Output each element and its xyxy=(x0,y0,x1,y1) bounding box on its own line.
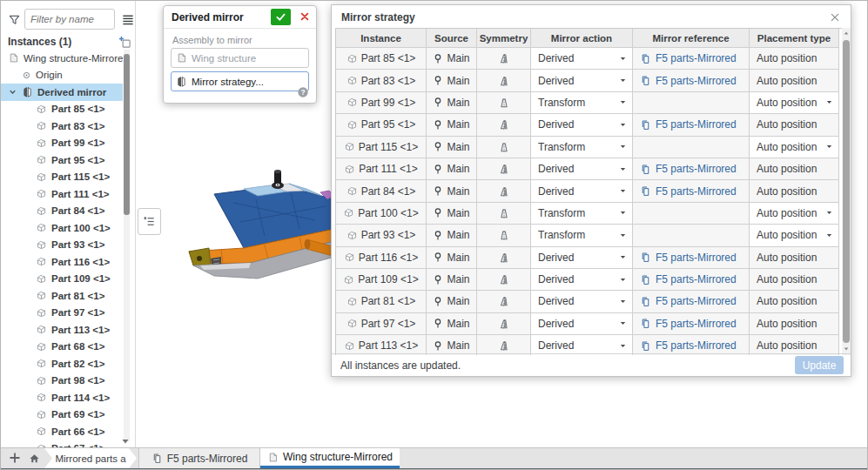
part-icon xyxy=(36,307,47,319)
placement-type-select[interactable]: Auto position xyxy=(750,137,839,158)
mirror-action-select[interactable]: Transform xyxy=(531,137,633,158)
derived-mirror-dialog-header[interactable]: Derived mirror xyxy=(164,6,316,29)
tree-item[interactable]: Part 114 <1> xyxy=(1,389,123,406)
mirror-reference-link[interactable]: F5 parts-Mirrored xyxy=(656,273,737,285)
home-icon[interactable] xyxy=(28,452,41,465)
source-label: Main xyxy=(447,252,469,264)
tab-f5-parts-mirrored[interactable]: F5 parts-Mirrored xyxy=(138,448,260,468)
source-label: Main xyxy=(447,118,469,131)
tree-item-label: Part 93 <1> xyxy=(51,239,104,250)
mirror-action-select[interactable]: Derived xyxy=(531,70,633,91)
tree-item[interactable]: Part 68 <1> xyxy=(1,339,123,356)
asymmetric-icon xyxy=(497,295,511,307)
insert-instance-icon[interactable] xyxy=(118,36,131,49)
tree-item[interactable]: Part 82 <1> xyxy=(1,355,123,373)
mirror-action-select[interactable]: Transform xyxy=(531,203,633,225)
list-view-icon[interactable] xyxy=(121,13,135,26)
close-icon[interactable] xyxy=(829,11,841,24)
symmetry-cell xyxy=(477,70,531,91)
scroll-up-icon[interactable] xyxy=(843,30,850,37)
tree-item[interactable]: Part 93 <1> xyxy=(1,237,123,254)
tree-item[interactable]: Part 111 <1> xyxy=(1,185,123,203)
tree-item[interactable]: Part 116 <1> xyxy=(1,253,123,271)
scroll-down-icon[interactable] xyxy=(843,346,850,352)
tree-item-label: Part 97 <1> xyxy=(51,307,104,318)
tree-item[interactable]: Part 115 <1> xyxy=(1,169,123,186)
table-scrollbar-thumb[interactable] xyxy=(843,40,850,343)
table-scrollbar[interactable] xyxy=(842,28,851,355)
panel-toggle-button[interactable] xyxy=(138,208,161,235)
tree-scrollbar[interactable] xyxy=(124,50,130,441)
mirror-strategy-button[interactable]: Mirror strategy... xyxy=(171,71,309,91)
source-label: Main xyxy=(447,163,469,175)
mirror-reference-link[interactable]: F5 parts-Mirrored xyxy=(656,118,737,131)
tree-item[interactable]: Part 113 <1> xyxy=(1,321,123,339)
tree-scroll-down-icon[interactable] xyxy=(121,437,130,446)
mirror-action-select[interactable]: Derived xyxy=(531,269,633,291)
mirror-reference-link[interactable]: F5 parts-Mirrored xyxy=(656,295,737,307)
mirror-action-select[interactable]: Derived xyxy=(531,114,633,136)
part-icon xyxy=(347,75,358,86)
mirror-action-select[interactable]: Derived xyxy=(531,180,633,202)
symmetric-icon xyxy=(497,229,511,241)
mirror-action-select[interactable]: Derived xyxy=(531,158,633,180)
mirror-reference-link[interactable]: F5 parts-Mirrored xyxy=(656,163,737,175)
placement-type-value: Auto position xyxy=(757,207,817,219)
part-icon xyxy=(36,188,47,199)
tree-item[interactable]: Wing structure-Mirrored xyxy=(1,50,123,67)
mirror-reference-link[interactable]: F5 parts-Mirrored xyxy=(656,339,737,352)
placement-type-select[interactable]: Auto position xyxy=(750,203,839,225)
placement-type-value: Auto position xyxy=(757,295,817,307)
mirror-action-select[interactable]: Transform xyxy=(531,225,633,246)
mirror-action-select[interactable]: Transform xyxy=(531,92,633,114)
chevron-down-icon[interactable] xyxy=(8,87,17,97)
tree-item[interactable]: Part 109 <1> xyxy=(1,271,123,288)
tree-item[interactable]: Part 98 <1> xyxy=(1,373,123,390)
tree-item[interactable]: Part 66 <1> xyxy=(1,423,123,440)
filter-input[interactable] xyxy=(24,9,115,30)
instance-label: Part 111 <1> xyxy=(359,163,418,175)
breadcrumb[interactable]: Mirrored parts a xyxy=(44,448,137,468)
mirror-reference-cell: F5 parts-Mirrored xyxy=(633,158,750,180)
tree-item[interactable]: Derived mirror xyxy=(1,84,123,101)
tree-scrollbar-thumb[interactable] xyxy=(124,54,130,215)
mirror-reference-link[interactable]: F5 parts-Mirrored xyxy=(656,52,737,64)
mirror-action-select[interactable]: Derived xyxy=(531,291,633,312)
tree-item[interactable]: Part 97 <1> xyxy=(1,305,123,322)
tree-item[interactable]: Part 99 <1> xyxy=(1,135,123,152)
cancel-icon[interactable] xyxy=(299,11,310,22)
tree-item[interactable]: Part 85 <1> xyxy=(1,101,123,118)
help-icon[interactable]: ? xyxy=(297,86,309,98)
mirror-reference-link[interactable]: F5 parts-Mirrored xyxy=(656,318,737,330)
tree-item[interactable]: Origin xyxy=(1,67,123,84)
mirror-action-select[interactable]: Derived xyxy=(531,335,633,355)
tree-item[interactable]: Part 100 <1> xyxy=(1,219,123,237)
tree-item[interactable]: Part 83 <1> xyxy=(1,118,123,135)
tree-item-label: Part 81 <1> xyxy=(51,291,104,301)
tree-item[interactable]: Part 95 <1> xyxy=(1,151,123,169)
mirror-reference-cell: F5 parts-Mirrored xyxy=(633,247,750,269)
breadcrumb-label: Mirrored parts a xyxy=(55,453,125,464)
assembly-to-mirror-field[interactable]: Wing structure xyxy=(171,48,309,68)
tab-wing-structure-mirrored[interactable]: Wing structure-Mirrored xyxy=(260,448,400,468)
filter-funnel-icon[interactable] xyxy=(8,13,21,26)
source-label: Main xyxy=(447,207,469,219)
3d-wing-model[interactable] xyxy=(160,149,334,316)
add-tab-icon[interactable] xyxy=(8,451,22,465)
mirror-action-select[interactable]: Derived xyxy=(531,313,633,335)
tree-item[interactable]: Part 67 <1> xyxy=(1,440,123,448)
caret-down-icon xyxy=(619,253,627,261)
mirror-reference-link[interactable]: F5 parts-Mirrored xyxy=(656,185,737,198)
tree-item[interactable]: Part 84 <1> xyxy=(1,203,123,220)
update-button[interactable]: Update xyxy=(795,356,844,374)
mirror-action-select[interactable]: Derived xyxy=(531,48,633,70)
tab-label: F5 parts-Mirrored xyxy=(167,453,248,465)
placement-type-select[interactable]: Auto position xyxy=(750,92,839,114)
commit-button[interactable] xyxy=(271,9,291,25)
tree-item[interactable]: Part 81 <1> xyxy=(1,287,123,305)
tree-item[interactable]: Part 69 <1> xyxy=(1,406,123,424)
placement-type-select[interactable]: Auto position xyxy=(750,225,839,246)
mirror-reference-link[interactable]: F5 parts-Mirrored xyxy=(656,75,737,87)
mirror-action-select[interactable]: Derived xyxy=(531,247,633,269)
mirror-reference-link[interactable]: F5 parts-Mirrored xyxy=(656,252,737,264)
